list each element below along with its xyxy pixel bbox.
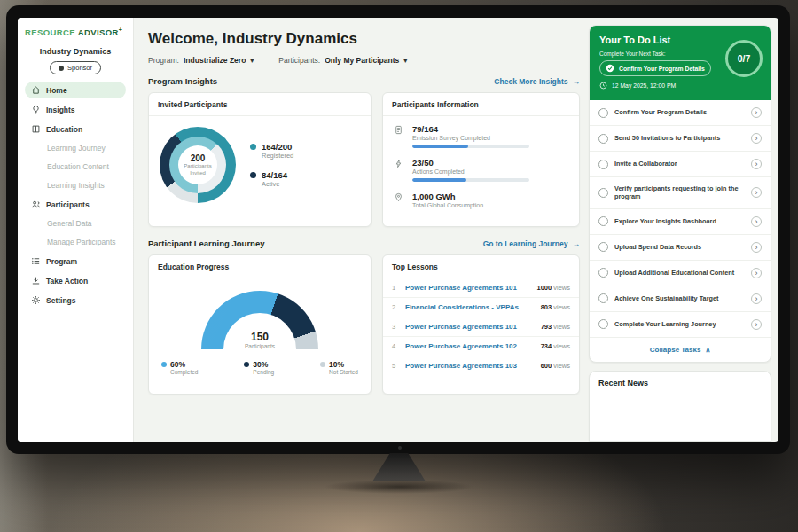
bolt-icon — [394, 159, 404, 168]
task-checkbox[interactable] — [598, 268, 608, 278]
progress-bar-fill — [412, 145, 468, 148]
program-filter[interactable]: Program: Industrialize Zero ▾ — [148, 56, 254, 65]
lesson-link[interactable]: Power Purchase Agreements 101 — [405, 323, 534, 331]
datetime-label: 12 May 2025, 12:00 PM — [612, 82, 676, 89]
task-checkbox[interactable] — [598, 293, 608, 303]
chevron-right-icon[interactable]: › — [751, 107, 762, 118]
sidebar-item-settings[interactable]: Settings — [25, 292, 126, 309]
task-checkbox[interactable] — [598, 160, 608, 169]
lesson-views: 1000 views — [536, 284, 570, 292]
todo-panel: Your To Do List Complete Your Next Task:… — [589, 25, 771, 363]
education-progress-card: Education Progress 150 Participants — [148, 254, 372, 395]
progress-bar — [412, 178, 529, 182]
task-row[interactable]: Confirm Your Program Details › — [590, 100, 771, 126]
card-title: Invited Participants — [149, 93, 371, 116]
task-label: Explore Your Insights Dashboard — [614, 217, 745, 225]
task-row[interactable]: Complete Your Learning Journey › — [590, 312, 771, 338]
chevron-right-icon[interactable]: › — [751, 268, 762, 278]
monitor-stand — [372, 453, 426, 481]
task-checkbox[interactable] — [598, 319, 608, 329]
donut-center-label: Participants Invited — [182, 163, 214, 176]
gray-dot-icon — [320, 362, 325, 367]
sidebar-item-label: Participants — [46, 200, 90, 209]
task-row[interactable]: Verify participants requesting to join t… — [590, 177, 771, 209]
link-label: Check More Insights — [494, 77, 567, 86]
next-task-datetime: 12 May 2025, 12:00 PM — [599, 82, 761, 90]
sidebar-item-learning-journey[interactable]: Learning Journey — [25, 140, 126, 156]
gauge-legend: 60% Completed 30% Pending — [149, 353, 371, 375]
lesson-link[interactable]: Power Purchase Agreements 103 — [405, 362, 534, 370]
teal-dot-icon — [250, 144, 256, 150]
legend-value: 30% — [253, 360, 274, 369]
navy-dot-icon — [250, 172, 256, 178]
task-row[interactable]: Invite a Collaborator › — [590, 152, 771, 177]
task-checkbox[interactable] — [598, 134, 608, 144]
task-checkbox[interactable] — [598, 216, 608, 226]
sidebar-item-manage-participants[interactable]: Manage Participants — [25, 234, 126, 250]
chevron-right-icon[interactable]: › — [751, 242, 762, 253]
participants-information-card: Participants Information 79/164 Emission… — [382, 92, 580, 227]
sidebar-item-education-content[interactable]: Education Content — [25, 159, 126, 175]
lesson-rank: 3 — [392, 323, 398, 331]
sidebar-item-insights[interactable]: Insights — [25, 101, 126, 118]
dashboard-screen: RESOURCE ADVISOR+ Industry Dynamics Spon… — [18, 18, 778, 442]
lesson-rank: 5 — [392, 362, 398, 370]
lesson-link[interactable]: Power Purchase Agreements 101 — [405, 284, 529, 292]
chevron-right-icon[interactable]: › — [751, 319, 762, 330]
monitor-frame: RESOURCE ADVISOR+ Industry Dynamics Spon… — [6, 5, 790, 454]
sidebar-item-learning-insights[interactable]: Learning Insights — [25, 177, 126, 193]
task-row[interactable]: Achieve One Sustainability Target › — [590, 286, 771, 312]
gauge-center-value: 150 — [201, 331, 318, 343]
chevron-right-icon[interactable]: › — [751, 159, 762, 169]
participants-filter[interactable]: Participants: Only My Participants ▾ — [278, 56, 407, 65]
stat-value: 1,000 GWh — [412, 192, 483, 201]
chevron-right-icon[interactable]: › — [751, 216, 762, 227]
legend-pending: 30% Pending — [244, 360, 274, 375]
legend-value: 84/164 — [262, 170, 287, 180]
logo-text-secondary: ADVISOR — [78, 27, 119, 37]
chevron-right-icon[interactable]: › — [751, 133, 762, 144]
next-task-label: Confirm Your Program Details — [619, 66, 705, 72]
lesson-rank: 2 — [392, 303, 398, 311]
lesson-link[interactable]: Power Purchase Agreements 102 — [405, 342, 534, 350]
sidebar-item-take-action[interactable]: Take Action — [25, 272, 126, 289]
logo-plus: + — [119, 27, 123, 33]
task-checkbox[interactable] — [598, 108, 608, 118]
sidebar-item-education[interactable]: Education — [25, 121, 126, 137]
sidebar-item-program[interactable]: Program — [25, 253, 126, 270]
lesson-views: 734 views — [541, 342, 570, 350]
legend-value: 164/200 — [262, 142, 293, 152]
task-row[interactable]: Send 50 Invitations to Participants › — [590, 126, 771, 152]
sidebar-item-participants[interactable]: Participants — [25, 196, 126, 213]
card-title: Education Progress — [149, 255, 371, 278]
lesson-link[interactable]: Financial Considerations - VPPAs — [405, 303, 534, 311]
stat-label: Actions Completed — [412, 168, 529, 175]
legend-not-started: 10% Not Started — [320, 360, 358, 375]
sidebar-item-label: General Data — [47, 219, 92, 228]
gauge-center-label: Participants — [201, 343, 318, 349]
task-row[interactable]: Upload Spend Data Records › — [590, 235, 771, 261]
sidebar-item-general-data[interactable]: General Data — [25, 215, 126, 231]
task-row[interactable]: Upload Additional Educational Content › — [590, 261, 771, 286]
emission-survey-stat: 79/164 Emission Survey Completed — [394, 124, 568, 148]
sponsor-badge[interactable]: Sponsor — [50, 61, 101, 74]
next-task-pill[interactable]: Confirm Your Program Details — [599, 60, 711, 76]
chevron-right-icon[interactable]: › — [751, 293, 762, 304]
lesson-rank: 1 — [392, 284, 398, 292]
task-row[interactable]: Explore Your Insights Dashboard › — [590, 209, 771, 235]
collapse-tasks-link[interactable]: Collapse Tasks ∧ — [590, 338, 771, 362]
check-more-insights-link[interactable]: Check More Insights → — [494, 77, 580, 86]
link-label: Go to Learning Journey — [483, 239, 568, 248]
task-label: Complete Your Learning Journey — [614, 320, 745, 328]
go-to-learning-journey-link[interactable]: Go to Learning Journey → — [483, 239, 580, 248]
resource-advisor-logo: RESOURCE ADVISOR+ — [25, 27, 126, 37]
sidebar-item-home[interactable]: Home — [25, 82, 126, 98]
task-checkbox[interactable] — [598, 188, 608, 198]
sidebar-item-label: Education Content — [47, 162, 109, 171]
chevron-right-icon[interactable]: › — [751, 187, 762, 198]
task-checkbox[interactable] — [598, 242, 608, 252]
lightbulb-icon — [31, 105, 41, 114]
legend-completed: 60% Completed — [161, 360, 198, 375]
lesson-row: 1 Power Purchase Agreements 101 1000 vie… — [383, 278, 579, 298]
participants-filter-label: Participants: — [278, 56, 320, 65]
